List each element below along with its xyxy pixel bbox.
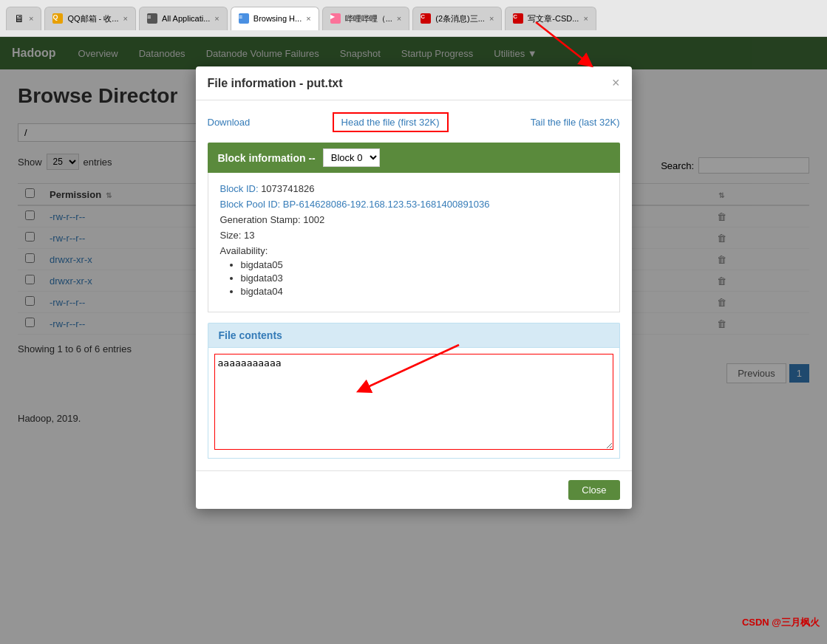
browser-favicon: ≡ (239, 13, 249, 24)
modal-body: Download Head the file (first 32K) Tail … (196, 100, 632, 470)
tab-close-allapps[interactable]: × (214, 14, 219, 23)
modal-backdrop[interactable]: File information - put.txt × Download He… (0, 37, 827, 644)
tab-os[interactable]: 🖥 × (6, 7, 41, 30)
pool-id-label: Block Pool ID: (220, 199, 281, 210)
availability-label: Availability: (220, 245, 268, 256)
tab-csdn2[interactable]: C 写文章-CSD... × (505, 7, 596, 30)
tab-close-csdn1[interactable]: × (489, 14, 494, 23)
modal-container: File information - put.txt × Download He… (196, 66, 632, 509)
os-icon: 🖥 (14, 13, 24, 24)
tab-csdn1[interactable]: C (2条消息)三... × (412, 7, 502, 30)
modal-links-row: Download Head the file (first 32K) Tail … (208, 112, 620, 143)
browser-chrome: 🖥 × Q QQ邮箱 - 收... × ≡ All Applicati... ×… (0, 0, 827, 37)
tab-close-qq[interactable]: × (123, 14, 128, 23)
modal-header: File information - put.txt × (196, 66, 632, 100)
block-pool-row: Block Pool ID: BP-614628086-192.168.123.… (220, 199, 608, 210)
availability-node-3: bigdata04 (241, 286, 608, 297)
pool-id-value: BP-614628086-192.168.123.53-168140089103… (283, 199, 490, 210)
block-info-section: Block information -- Block 0 Block ID: 1… (208, 143, 620, 312)
modal-title: File information - put.txt (208, 77, 343, 90)
size-row: Size: 13 (220, 230, 608, 241)
file-info-modal: File information - put.txt × Download He… (196, 66, 632, 509)
block-info-body: Block ID: 1073741826 Block Pool ID: BP-6… (208, 173, 620, 312)
tab-qq[interactable]: Q QQ邮箱 - 收... × (44, 7, 136, 30)
tab-close-browsing[interactable]: × (306, 14, 310, 23)
tab-label-qq: QQ邮箱 - 收... (67, 13, 118, 24)
download-link[interactable]: Download (208, 117, 251, 128)
file-content-textarea[interactable]: aaaaaaaaaaa (214, 354, 613, 450)
qq-favicon: Q (52, 13, 63, 24)
tab-browsing[interactable]: ≡ Browsing H... × (231, 7, 319, 30)
tab-bilibili[interactable]: ▶ 哔哩哔哩（... × (322, 7, 410, 30)
modal-close-button[interactable]: × (612, 75, 620, 91)
head-file-link[interactable]: Head the file (first 32K) (333, 112, 449, 132)
tab-close-csdn2[interactable]: × (583, 14, 588, 23)
block-id-label: Block ID: (220, 183, 259, 194)
tab-label-browsing: Browsing H... (253, 14, 302, 23)
availability-node-2: bigdata03 (241, 273, 608, 284)
availability-list: bigdata05 bigdata03 bigdata04 (220, 259, 608, 297)
watermark: CSDN @三月枫火 (742, 616, 820, 629)
availability-node-1: bigdata05 (241, 259, 608, 270)
block-info-header: Block information -- Block 0 (208, 143, 620, 173)
tab-label-bilibili: 哔哩哔哩（... (345, 13, 392, 24)
tail-file-link[interactable]: Tail the file (last 32K) (531, 117, 620, 128)
availability-row: Availability: bigdata05 bigdata03 bigdat… (220, 245, 608, 297)
block-select[interactable]: Block 0 (323, 148, 380, 167)
csdn2-favicon: C (513, 13, 523, 24)
tab-allapps[interactable]: ≡ All Applicati... × (139, 7, 228, 30)
app-favicon: ≡ (147, 13, 157, 24)
block-id-value: 1073741826 (261, 183, 314, 194)
tab-label-allapps: All Applicati... (162, 14, 210, 23)
tab-label-csdn1: (2条消息)三... (435, 13, 485, 24)
bili-favicon: ▶ (330, 13, 341, 24)
gen-stamp-label: Generation Stamp: (220, 214, 301, 225)
file-contents-header: File contents (208, 323, 620, 347)
tab-label-csdn2: 写文章-CSD... (528, 13, 579, 24)
tab-close-os[interactable]: × (29, 14, 33, 23)
block-id-row: Block ID: 1073741826 (220, 183, 608, 194)
gen-stamp-value: 1002 (303, 214, 324, 225)
csdn1-favicon: C (421, 13, 431, 24)
block-info-label: Block information -- (218, 152, 316, 164)
gen-stamp-row: Generation Stamp: 1002 (220, 214, 608, 225)
size-value: 13 (244, 230, 254, 241)
file-contents-wrapper: File contents aaaaaaaaaaa (208, 323, 620, 459)
close-modal-button[interactable]: Close (568, 480, 619, 500)
file-contents-body: aaaaaaaaaaa (208, 347, 620, 459)
size-label: Size: (220, 230, 242, 241)
tab-close-bilibili[interactable]: × (397, 14, 401, 23)
modal-footer: Close (196, 470, 632, 509)
